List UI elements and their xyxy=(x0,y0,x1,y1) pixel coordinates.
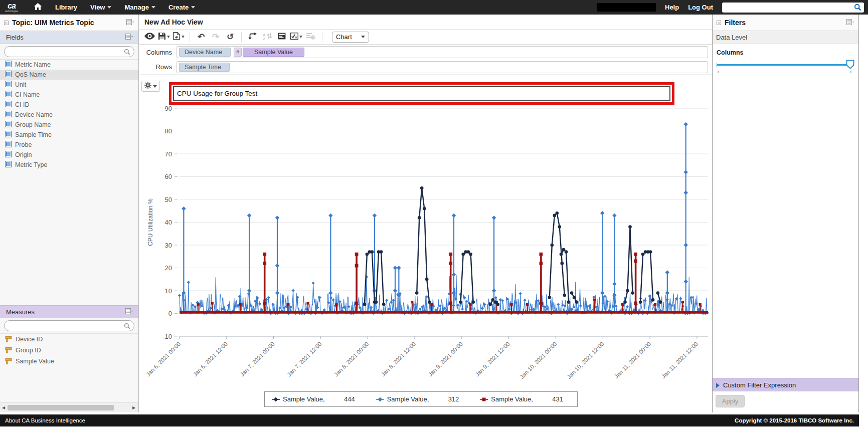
export-button[interactable] xyxy=(172,31,185,43)
dimension-field-icon xyxy=(5,141,12,149)
page-options-button[interactable] xyxy=(275,31,288,43)
menu-item-label: Library xyxy=(55,4,77,11)
logout-link[interactable]: Log Out xyxy=(688,4,713,11)
search-icon[interactable] xyxy=(854,4,861,11)
navbar-left: ca technologies LibraryViewManageCreate xyxy=(0,2,195,13)
chevron-down-icon xyxy=(191,6,195,9)
svg-text:60: 60 xyxy=(165,173,172,180)
adhoc-view-panel: New Ad Hoc View ↶↷↺AZ? Chart Columns Dev… xyxy=(139,15,712,412)
switch-groups-button[interactable] xyxy=(246,31,259,43)
fields-search-icon[interactable] xyxy=(124,49,130,55)
scrollbar-thumb[interactable] xyxy=(8,405,114,410)
ca-logo[interactable]: ca technologies xyxy=(3,2,20,13)
view-sql-button[interactable]: ? xyxy=(304,31,317,43)
chevron-down-icon xyxy=(299,36,302,38)
field-item-group-name[interactable]: Group Name xyxy=(0,120,138,130)
svg-text:Jan 10, 2021 00:00: Jan 10, 2021 00:00 xyxy=(519,341,558,380)
chevron-down-icon xyxy=(151,6,155,9)
collapse-panel-icon[interactable] xyxy=(4,18,9,27)
field-item-metric-name[interactable]: Metric Name xyxy=(0,60,138,70)
scroll-left-arrow[interactable]: ◀ xyxy=(0,405,7,410)
visualization-type-select[interactable]: Chart xyxy=(332,32,369,43)
field-item-device-name[interactable]: Device Name xyxy=(0,110,138,120)
pill-device-name[interactable]: Device Name xyxy=(179,48,231,57)
menu-item-view[interactable]: View xyxy=(90,4,111,11)
horizontal-scrollbar[interactable]: ◀ ▶ xyxy=(0,402,138,412)
field-item-ci-id[interactable]: CI ID xyxy=(0,100,138,110)
columns-shelf[interactable]: Device Name#Sample Value xyxy=(177,46,708,58)
topic-menu-icon[interactable] xyxy=(126,18,134,27)
measures-search-input[interactable] xyxy=(5,321,124,330)
measure-item-group-id[interactable]: Group ID xyxy=(0,345,138,356)
global-search-input[interactable] xyxy=(722,4,854,12)
help-link[interactable]: Help xyxy=(665,4,679,11)
redo-icon: ↷ xyxy=(212,33,219,41)
save-button[interactable] xyxy=(157,31,170,43)
collapse-filters-icon[interactable] xyxy=(717,18,721,27)
measure-item-label: Group ID xyxy=(16,347,41,354)
field-item-label: QoS Name xyxy=(15,71,46,78)
filters-menu-icon[interactable] xyxy=(846,18,854,27)
fields-search-input[interactable] xyxy=(5,47,124,56)
svg-text:40: 40 xyxy=(165,219,172,226)
measure-item-device-id[interactable]: Device ID xyxy=(0,334,138,345)
legend-count: 444 xyxy=(344,395,355,403)
dimension-field-icon xyxy=(5,71,12,79)
dimension-field-icon xyxy=(5,91,12,99)
main-menu: LibraryViewManageCreate xyxy=(55,4,195,11)
undo-button[interactable]: ↶ xyxy=(195,31,208,43)
slider-tick-start xyxy=(718,71,719,73)
home-button[interactable] xyxy=(32,3,43,12)
preview-button[interactable] xyxy=(143,31,156,43)
chart-settings-button[interactable] xyxy=(141,81,160,92)
measure-item-sample-value[interactable]: Sample Value xyxy=(0,356,138,367)
undo-all-button[interactable]: ↺ xyxy=(224,31,237,43)
svg-text:30: 30 xyxy=(165,242,172,249)
redo-button[interactable]: ↷ xyxy=(209,31,222,43)
field-item-sample-time[interactable]: Sample Time xyxy=(0,130,138,140)
data-level-header: Data Level xyxy=(713,31,858,44)
pill-sample-time[interactable]: Sample Time xyxy=(179,63,230,72)
menu-item-manage[interactable]: Manage xyxy=(124,4,155,11)
menu-item-library[interactable]: Library xyxy=(55,4,77,11)
chart-legend: Sample Value,444Sample Value,312Sample V… xyxy=(264,391,578,407)
legend-item-1: Sample Value,312 xyxy=(369,392,473,406)
ca-logo-subtext: technologies xyxy=(5,11,18,13)
input-controls-button[interactable] xyxy=(290,31,303,43)
field-item-metric-type[interactable]: Metric Type xyxy=(0,160,138,170)
apply-button[interactable]: Apply xyxy=(716,395,745,407)
rows-shelf-row: Rows Sample Time xyxy=(139,60,712,75)
field-item-qos-name[interactable]: QoS Name xyxy=(0,70,138,80)
slider-handle[interactable] xyxy=(846,60,854,71)
dimension-field-icon xyxy=(5,101,12,109)
slider-track[interactable] xyxy=(717,64,852,66)
rows-shelf[interactable]: Sample Time xyxy=(177,61,708,73)
top-navbar: ca technologies LibraryViewManageCreate … xyxy=(0,0,868,15)
pill-sample-value[interactable]: Sample Value xyxy=(243,48,304,57)
field-item-probe[interactable]: Probe xyxy=(0,140,138,150)
measures-menu-icon[interactable] xyxy=(125,308,133,316)
home-icon xyxy=(34,3,42,12)
custom-filter-expression-toggle[interactable]: Custom Filter Expression xyxy=(713,378,858,391)
measures-search-icon[interactable] xyxy=(124,323,130,329)
scroll-right-arrow[interactable]: ▶ xyxy=(130,405,137,410)
fields-menu-icon[interactable] xyxy=(125,34,133,41)
measures-section-header: Measures xyxy=(0,305,138,318)
field-item-label: Group Name xyxy=(15,121,51,128)
menu-item-create[interactable]: Create xyxy=(168,4,195,11)
sort-button[interactable]: AZ xyxy=(261,31,274,43)
svg-text:-10: -10 xyxy=(162,333,172,340)
field-item-ci-name[interactable]: CI Name xyxy=(0,90,138,100)
svg-text:Jan 7, 2021 00:00: Jan 7, 2021 00:00 xyxy=(239,341,276,378)
field-item-origin[interactable]: Origin xyxy=(0,150,138,160)
input-controls-icon xyxy=(290,33,298,42)
pill-group: #Sample Value xyxy=(234,48,304,57)
chart-title-input[interactable]: CPU Usage for Group Test xyxy=(173,86,670,101)
about-link[interactable]: About CA Business Intelligence xyxy=(5,417,85,423)
field-item-unit[interactable]: Unit xyxy=(0,80,138,90)
filters-header: Filters xyxy=(713,15,858,31)
dimension-field-icon xyxy=(5,131,12,139)
field-item-label: CI Name xyxy=(15,91,40,98)
columns-shelf-label: Columns xyxy=(139,49,172,56)
diamond-marker-icon xyxy=(272,397,280,402)
